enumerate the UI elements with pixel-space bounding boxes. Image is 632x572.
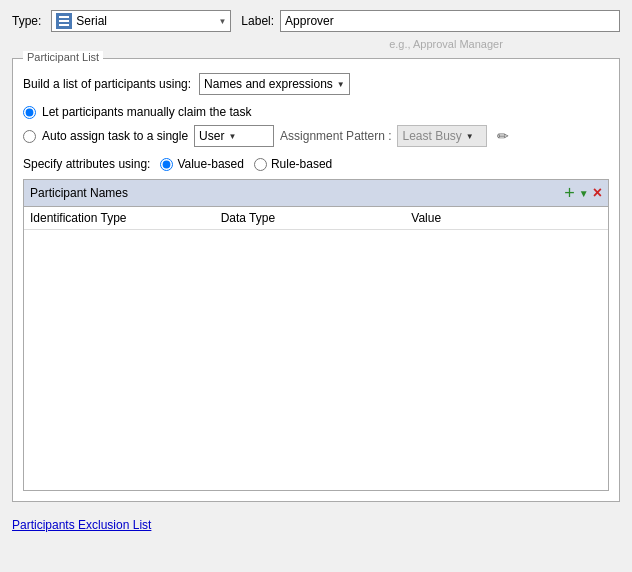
assign-type-arrow-icon: ▼ xyxy=(228,132,236,141)
label-input[interactable] xyxy=(280,10,620,32)
pattern-dropdown-text: Least Busy xyxy=(402,129,465,143)
radio-auto[interactable] xyxy=(23,130,36,143)
radio-auto-label: Auto assign task to a single xyxy=(42,129,188,143)
main-container: Type: Serial ▼ Label: e.g., Approval Man… xyxy=(0,0,632,542)
build-dropdown-text: Names and expressions xyxy=(204,77,337,91)
table-header-title: Participant Names xyxy=(30,186,128,200)
specify-label: Specify attributes using: xyxy=(23,157,150,171)
label-section: Label: xyxy=(241,10,620,32)
type-dropdown-arrow-icon: ▼ xyxy=(218,17,226,26)
col-data-type: Data Type xyxy=(221,211,412,225)
col-headers: Identification Type Data Type Value xyxy=(24,207,608,230)
participant-list-group: Participant List Build a list of partici… xyxy=(12,58,620,502)
edit-icon[interactable]: ✏ xyxy=(497,128,509,144)
radio-manual[interactable] xyxy=(23,106,36,119)
pattern-dropdown[interactable]: Least Busy ▼ xyxy=(397,125,487,147)
serial-icon xyxy=(56,13,72,29)
table-body xyxy=(24,230,608,490)
build-dropdown-arrow-icon: ▼ xyxy=(337,80,345,89)
assign-type-dropdown[interactable]: User ▼ xyxy=(194,125,274,147)
radio-rule-based[interactable] xyxy=(254,158,267,171)
group-legend: Participant List xyxy=(23,51,103,63)
participant-names-table: Participant Names + ▼ × Identification T… xyxy=(23,179,609,491)
pattern-dropdown-arrow-icon: ▼ xyxy=(466,132,474,141)
type-select[interactable]: Serial ▼ xyxy=(51,10,231,32)
label-placeholder: e.g., Approval Manager xyxy=(12,38,620,50)
radio-rule-label: Rule-based xyxy=(271,157,332,171)
label-label: Label: xyxy=(241,14,274,28)
assign-type-text: User xyxy=(199,129,228,143)
build-row: Build a list of participants using: Name… xyxy=(23,73,609,95)
radio-value-option: Value-based xyxy=(160,157,244,171)
radio-value-based[interactable] xyxy=(160,158,173,171)
build-dropdown[interactable]: Names and expressions ▼ xyxy=(199,73,350,95)
type-select-text: Serial xyxy=(76,14,218,28)
col-value: Value xyxy=(411,211,602,225)
radio-manual-label: Let participants manually claim the task xyxy=(42,105,251,119)
specify-row: Specify attributes using: Value-based Ru… xyxy=(23,157,609,171)
table-actions: + ▼ × xyxy=(564,184,602,202)
radio-manual-row: Let participants manually claim the task xyxy=(23,105,609,119)
assign-pattern-label: Assignment Pattern : xyxy=(280,129,391,143)
add-participant-button[interactable]: + xyxy=(564,184,575,202)
top-row: Type: Serial ▼ Label: xyxy=(12,10,620,32)
assign-row: Auto assign task to a single User ▼ Assi… xyxy=(23,125,609,147)
radio-rule-option: Rule-based xyxy=(254,157,332,171)
col-identification-type: Identification Type xyxy=(30,211,221,225)
build-label: Build a list of participants using: xyxy=(23,77,191,91)
type-label: Type: xyxy=(12,14,41,28)
radio-value-label: Value-based xyxy=(177,157,244,171)
remove-participant-button[interactable]: × xyxy=(593,184,602,202)
add-dropdown-arrow-icon[interactable]: ▼ xyxy=(579,188,589,199)
table-header-row: Participant Names + ▼ × xyxy=(24,180,608,207)
participants-exclusion-link[interactable]: Participants Exclusion List xyxy=(12,518,151,532)
